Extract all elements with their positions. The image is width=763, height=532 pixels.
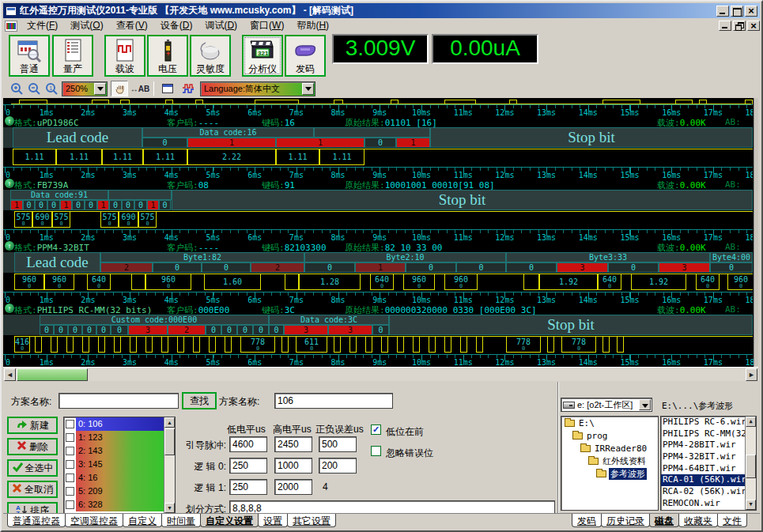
tab-6[interactable]: 设置 <box>258 514 288 527</box>
scroll-up-arrow-icon[interactable]: ▲ <box>746 417 756 427</box>
close-button[interactable] <box>745 6 757 17</box>
minimize-button[interactable] <box>716 6 729 17</box>
param-input[interactable] <box>229 458 267 474</box>
panel-view-button[interactable] <box>159 81 176 96</box>
file-item[interactable]: RCA-01 (56K).wir <box>661 474 756 486</box>
menu-item-4[interactable]: 设备(D) <box>154 17 199 34</box>
scheme-list-item[interactable]: 4: 16 <box>64 471 175 485</box>
toolbar-button-2[interactable]: 量产 <box>52 35 93 77</box>
child-minimize-button[interactable] <box>719 21 731 31</box>
item-checkbox[interactable] <box>66 487 74 496</box>
select-all-button[interactable]: 全选中 <box>7 459 58 477</box>
param-input[interactable] <box>319 436 357 452</box>
dropdown-arrow-icon[interactable] <box>94 83 106 95</box>
zoom-in-icon[interactable] <box>9 81 24 96</box>
waveform-v-scrollbar[interactable] <box>754 98 758 367</box>
language-select[interactable]: Language:简体中文 <box>200 81 315 96</box>
tab-7[interactable]: 其它设置 <box>287 514 336 527</box>
menu-item-5[interactable]: 调试(D) <box>198 17 244 34</box>
wave-view-button[interactable] <box>179 81 197 96</box>
tab-4[interactable]: 时间量 <box>161 514 201 527</box>
scheme-list-item[interactable]: 0: 106 <box>64 417 175 431</box>
tree-node[interactable]: IRReader80 <box>561 442 658 455</box>
file-item[interactable]: PHILIPS RC-6.wir <box>661 417 756 428</box>
toolbar-button-1[interactable]: 普通 <box>9 35 50 77</box>
channel-expand-icon[interactable]: ↑ <box>5 241 14 251</box>
side-tab-5[interactable]: 文件 <box>717 514 747 527</box>
new-button[interactable]: 新建 <box>7 417 58 434</box>
file-item[interactable]: PPM4-64BIT.wir <box>661 463 756 475</box>
scrollbar-thumb[interactable] <box>17 368 88 381</box>
waveform-overview-minimap[interactable] <box>3 98 753 104</box>
scroll-left-arrow-icon[interactable]: ◄ <box>4 368 16 381</box>
item-checkbox[interactable] <box>66 433 74 442</box>
toolbar-button-6[interactable]: 321分析仪 <box>242 35 283 77</box>
tab-2[interactable]: 空调遥控器 <box>65 514 123 527</box>
menu-item-6[interactable]: 窗口(W) <box>244 17 290 34</box>
file-item[interactable]: PPM4-32BIT.wir <box>661 451 756 463</box>
toolbar-button-7[interactable]: 发码 <box>285 35 326 77</box>
scrollbar-thumb[interactable] <box>164 428 175 455</box>
file-item[interactable]: REMOCON.wir <box>661 498 756 510</box>
deselect-all-button[interactable]: 全取消 <box>7 481 58 498</box>
channel-expand-icon[interactable]: ↑ <box>5 304 14 313</box>
file-item[interactable]: PPM4-28BIT.wir <box>661 440 756 451</box>
zoom-reset-icon[interactable]: 1 <box>44 81 59 96</box>
list-scrollbar[interactable]: ▲▼ <box>164 417 175 513</box>
toolbar-button-3[interactable]: 载波 <box>104 35 145 77</box>
scroll-down-arrow-icon[interactable]: ▼ <box>746 500 756 510</box>
zoom-out-icon[interactable] <box>27 81 41 96</box>
measure-ab-button[interactable]: ↔AB <box>131 81 149 96</box>
toolbar-button-5[interactable]: 灵敏度 <box>190 35 231 77</box>
drive-select[interactable]: e: [o2t-工作区] <box>561 398 652 412</box>
dropdown-arrow-icon[interactable] <box>639 399 651 410</box>
scheme-search-input[interactable] <box>59 393 179 409</box>
scheme-name-input[interactable] <box>274 393 393 409</box>
menu-item-2[interactable]: 测试(O) <box>64 17 109 34</box>
param-input[interactable] <box>319 458 357 474</box>
scheme-list-item[interactable]: 5: 209 <box>64 485 175 498</box>
file-item[interactable]: RCA-02 (56K).wir <box>661 486 756 498</box>
menu-item-1[interactable]: 文件(F) <box>21 17 64 34</box>
param-input[interactable] <box>274 436 312 452</box>
delete-button[interactable]: 删除 <box>7 438 58 455</box>
hand-tool-button[interactable] <box>111 81 128 96</box>
zoom-level-select[interactable]: 250% <box>62 81 108 96</box>
find-button[interactable]: 查找 <box>182 392 217 409</box>
scroll-right-arrow-icon[interactable]: ► <box>746 368 757 381</box>
scroll-up-arrow-icon[interactable]: ▲ <box>164 417 175 428</box>
child-close-button[interactable] <box>747 21 760 31</box>
maximize-button[interactable] <box>731 6 743 17</box>
tab-1[interactable]: 普通遥控器 <box>7 514 66 527</box>
tree-node[interactable]: 参考波形 <box>561 467 658 480</box>
file-list-scrollbar[interactable]: ▲▼ <box>745 417 756 510</box>
toolbar-button-4[interactable]: +电压 <box>147 35 188 77</box>
scheme-list-item[interactable]: 1: 123 <box>64 431 175 444</box>
menu-item-3[interactable]: 查看(V) <box>110 17 154 34</box>
item-checkbox[interactable] <box>66 500 74 509</box>
scrollbar-thumb[interactable] <box>746 455 756 478</box>
dropdown-arrow-icon[interactable] <box>302 83 314 95</box>
checkbox-checked[interactable]: ✓ <box>371 424 381 435</box>
side-tab-4[interactable]: 收藏夹 <box>678 514 718 527</box>
checkbox-unchecked[interactable] <box>371 446 381 456</box>
file-item[interactable]: REMOCON1.wir <box>661 510 756 511</box>
waveform-h-scrollbar[interactable]: ◄ ► <box>3 367 758 381</box>
item-checkbox[interactable] <box>66 447 74 455</box>
tree-node[interactable]: E:\ <box>561 417 658 429</box>
side-tab-3[interactable]: 磁盘 <box>649 514 679 527</box>
tab-3[interactable]: 自定义 <box>123 514 162 527</box>
tree-node[interactable]: 红外线资料 <box>561 455 658 467</box>
file-item[interactable]: PHILIPS RC-MM(32 <box>661 428 756 440</box>
menu-item-7[interactable]: 帮助(H) <box>290 17 335 34</box>
channel-expand-icon[interactable]: ↑ <box>5 116 14 126</box>
item-checkbox[interactable] <box>66 460 74 469</box>
param-input[interactable] <box>229 436 267 452</box>
scheme-list-item[interactable]: 3: 145 <box>64 458 175 471</box>
scheme-list-item[interactable]: 2: 143 <box>64 444 175 458</box>
param-input[interactable] <box>274 458 312 474</box>
channel-expand-icon[interactable]: ↑ <box>5 179 14 188</box>
item-checkbox[interactable] <box>66 474 74 482</box>
side-tab-2[interactable]: 历史记录 <box>601 514 650 527</box>
side-tab-1[interactable]: 发码 <box>572 514 602 527</box>
